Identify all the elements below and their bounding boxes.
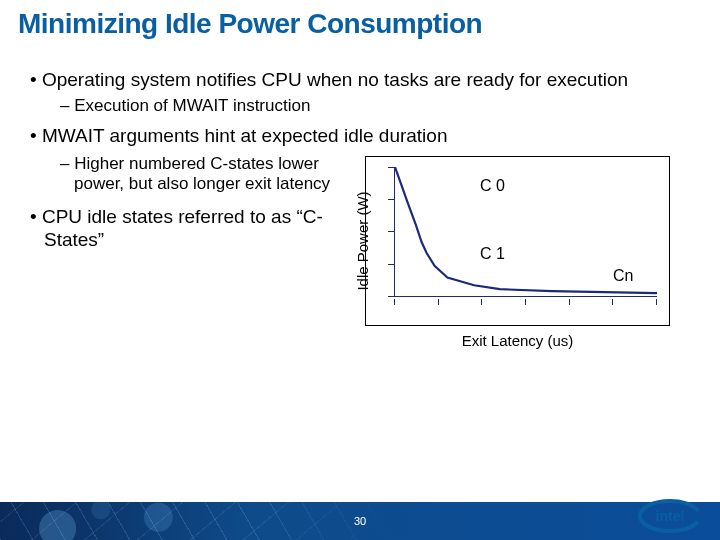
chart-annotation-cn: Cn (613, 267, 633, 285)
chart-ylabel: Idle Power (W) (354, 191, 371, 290)
footer-bar: 30 (0, 502, 720, 540)
chart-annotation-c1: C 1 (480, 245, 505, 263)
chart-xlabel: Exit Latency (us) (365, 332, 670, 349)
page-title: Minimizing Idle Power Consumption (0, 0, 720, 46)
chart-container: Idle Power (W) C 0 C 1 Cn Exit Latency (… (365, 154, 670, 349)
idle-power-chart: Idle Power (W) C 0 C 1 Cn (365, 156, 670, 326)
content-area: Operating system notifies CPU when no ta… (0, 46, 720, 349)
chart-x-ticks (394, 299, 657, 305)
svg-text:intel: intel (656, 508, 685, 524)
sub-mwait-exec: Execution of MWAIT instruction (30, 96, 690, 116)
bullet-mwait-args: MWAIT arguments hint at expected idle du… (30, 124, 690, 148)
page-number: 30 (354, 515, 366, 527)
chart-annotation-c0: C 0 (480, 177, 505, 195)
bullet-cstates: CPU idle states referred to as “C-States… (30, 205, 357, 253)
bullet-os-notifies: Operating system notifies CPU when no ta… (30, 68, 690, 92)
chart-plot-area: C 0 C 1 Cn (394, 167, 657, 297)
sub-cstates-tradeoff: Higher numbered C-states lower power, bu… (30, 154, 357, 195)
intel-logo: intel (638, 494, 702, 534)
